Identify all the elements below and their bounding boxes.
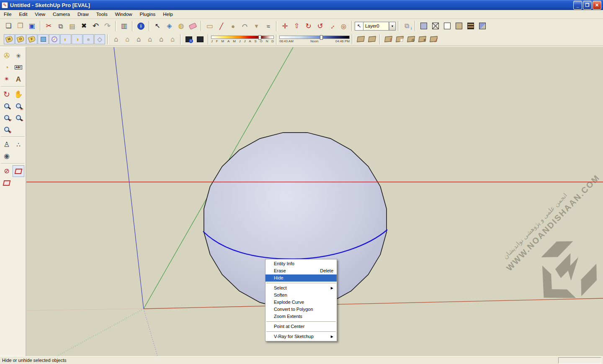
sphere-toggle[interactable]: ● — [83, 34, 94, 44]
menu-help[interactable]: Help — [159, 10, 177, 18]
view-right[interactable]: ⌂ — [144, 34, 155, 44]
sandbox-smoove[interactable]: ⇧ — [383, 34, 394, 44]
copy[interactable]: ⧉ — [55, 21, 66, 31]
shadow-month-slider[interactable]: JFMAMJJASOND — [211, 36, 274, 43]
zoom-tool[interactable] — [1, 100, 13, 112]
minimize-button[interactable]: _ — [573, 1, 582, 10]
print[interactable]: ▥ — [119, 21, 130, 31]
context-item-point-at-center[interactable]: Point at Center — [265, 323, 337, 330]
sandbox-drape[interactable]: ◎ — [405, 34, 416, 44]
shadow-toggle[interactable] — [195, 34, 206, 44]
context-item-select[interactable]: Select▶ — [265, 285, 337, 292]
context-item-soften[interactable]: Soften — [265, 292, 337, 299]
menu-file[interactable]: File — [0, 10, 15, 18]
paste[interactable]: ▤ — [67, 21, 78, 31]
shadow-time-slider[interactable]: 06:43 AMNoon04:46 PM — [279, 36, 350, 43]
text-3d-tool[interactable]: A — [13, 73, 24, 85]
undo[interactable]: ↶ — [90, 21, 101, 31]
circle-tool[interactable]: ● — [227, 21, 239, 31]
close-button[interactable]: ✕ — [593, 1, 601, 10]
face-style-wireframe[interactable] — [430, 21, 441, 31]
scale-tool[interactable]: ↔ — [326, 21, 338, 31]
context-item-zoom-extents[interactable]: Zoom Extents — [265, 313, 337, 320]
lightbulb-edges-toggle[interactable]: ◑ — [72, 34, 82, 44]
zoom-extents-tool[interactable]: ✛ — [1, 123, 13, 135]
check-circle-toggle[interactable]: ✓ — [49, 34, 60, 44]
position-camera-tool[interactable]: ♙ — [1, 138, 13, 150]
line-tool[interactable]: ╱ — [216, 21, 227, 31]
view-iso[interactable]: ⌂ — [111, 34, 121, 44]
face-style-xray[interactable] — [418, 21, 429, 31]
sandbox-add-detail[interactable]: ✳ — [417, 34, 428, 44]
month-slider-thumb[interactable] — [258, 35, 261, 40]
zoom-previous-tool[interactable]: ↶ — [1, 112, 13, 123]
restore-button[interactable]: ❐ — [583, 1, 592, 10]
sandbox-flip-edge[interactable]: ╱ — [428, 34, 439, 44]
layer-combo-value[interactable]: Layer0 — [363, 22, 389, 31]
menu-tools[interactable]: Tools — [93, 10, 111, 18]
freehand-tool[interactable]: ≈ — [263, 21, 274, 31]
section-display-toggle[interactable]: ⊘ — [1, 165, 13, 177]
blue-cube-toggle[interactable] — [38, 34, 49, 44]
context-item-v-ray-for-sketchup[interactable]: V-Ray for Sketchup▶ — [265, 333, 337, 340]
tape-measure-tool[interactable]: ✇ — [1, 50, 13, 62]
paint-bucket[interactable]: ◍ — [175, 21, 187, 31]
menu-edit[interactable]: Edit — [15, 10, 31, 18]
context-item-entity-info[interactable]: Entity Info — [265, 260, 337, 267]
view-top[interactable]: ⌂ — [122, 34, 133, 44]
rectangle-tool[interactable]: ▭ — [204, 21, 215, 31]
push-pull-tool[interactable]: ⇧ — [291, 21, 302, 31]
model-info[interactable]: i — [135, 21, 147, 31]
make-component[interactable]: ◈ — [164, 21, 175, 31]
walk-tool[interactable]: ∴ — [13, 138, 24, 150]
cut[interactable]: ✂ — [43, 21, 54, 31]
view-front[interactable]: ⌂ — [133, 34, 144, 44]
context-item-explode-curve[interactable]: Explode Curve — [265, 299, 337, 306]
view-back[interactable]: ⌂ — [156, 34, 167, 44]
move-tool[interactable]: ✛ — [279, 21, 291, 31]
layer-manager[interactable]: ⧉i — [401, 21, 412, 31]
select-tool[interactable]: ↖ — [152, 21, 163, 31]
zoom-next-tool[interactable]: ↷ — [13, 112, 24, 123]
context-item-convert-to-polygon[interactable]: Convert to Polygon — [265, 306, 337, 313]
view-left[interactable]: ⌂ — [167, 34, 178, 44]
sandbox-from-scratch[interactable] — [366, 34, 377, 44]
erase-delete[interactable]: ✖ — [78, 21, 90, 31]
title-bar[interactable]: ✎ Untitled - SketchUp Pro [EVAL] _ ❐ ✕ — [0, 0, 603, 10]
layer-combo[interactable]: ↖Layer0▼ — [355, 22, 396, 31]
section-plane-tool[interactable] — [13, 165, 24, 177]
menu-plugins[interactable]: Plugins — [136, 10, 160, 18]
follow-me-tool[interactable]: ↺ — [314, 21, 326, 31]
time-gradient-bar[interactable] — [279, 36, 350, 39]
time-slider-thumb[interactable] — [320, 35, 323, 40]
face-style-shaded[interactable] — [453, 21, 464, 31]
diamond-toggle[interactable]: ◇ — [94, 34, 105, 44]
face-style-textured[interactable] — [465, 21, 476, 31]
look-around-tool[interactable]: ◉ — [1, 150, 13, 162]
redo[interactable]: ↷ — [102, 21, 113, 31]
menu-window[interactable]: Window — [111, 10, 136, 18]
tag-o-toggle[interactable]: O — [15, 34, 26, 44]
orbit-tool[interactable]: ↻ — [1, 88, 13, 100]
face-style-hidden-line[interactable] — [441, 21, 453, 31]
menu-view[interactable]: View — [31, 10, 49, 18]
lightbulb-faces-toggle[interactable]: ◐ — [60, 34, 71, 44]
sandbox-from-contours[interactable] — [355, 34, 366, 44]
protractor-tool[interactable]: ◔ — [1, 62, 13, 73]
month-gradient-bar[interactable] — [211, 36, 274, 39]
menu-draw[interactable]: Draw — [74, 10, 93, 18]
measurements-box[interactable] — [558, 357, 601, 364]
context-item-erase[interactable]: EraseDelete — [265, 267, 337, 274]
offset-tool[interactable]: ◎ — [338, 21, 349, 31]
context-item-hide[interactable]: Hide — [265, 274, 337, 282]
new-document[interactable]: ❏ — [3, 21, 14, 31]
rotate-tool[interactable]: ↻ — [303, 21, 314, 31]
tag-m-toggle[interactable]: M — [4, 34, 15, 44]
open-file[interactable]: ❐ — [15, 21, 26, 31]
save-file[interactable]: ▣ — [26, 21, 38, 31]
dimension-tool[interactable]: ✳ — [13, 50, 24, 62]
tag-f-toggle[interactable]: F — [26, 34, 37, 44]
eraser-tool[interactable] — [187, 21, 198, 31]
arc-tool[interactable]: ◠ — [239, 21, 250, 31]
sandbox-stamp[interactable]: ▣ — [394, 34, 405, 44]
